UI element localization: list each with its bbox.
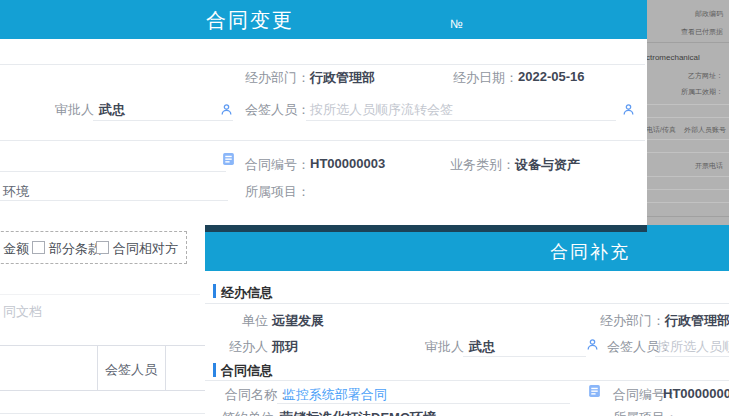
- counterparty-label: 合同相对方: [113, 240, 178, 258]
- divider: [645, 117, 729, 118]
- sign-unit-value: 营销标准化打法DEMO环境: [280, 409, 436, 416]
- bg-row-label: ctromechanical: [646, 53, 700, 62]
- cosign-field[interactable]: 按所选人员顺序流转会签: [657, 338, 729, 356]
- contract-no-symbol: №: [450, 17, 463, 31]
- section-bar: [213, 363, 216, 377]
- counterparty-checkbox[interactable]: [96, 241, 109, 254]
- table-bottom-border: [0, 390, 205, 391]
- window-top-edge: [205, 225, 647, 232]
- divider: [205, 303, 729, 304]
- contract-name-link[interactable]: 监控系统部署合同: [283, 386, 387, 404]
- bg-row-label: 查看已付票据: [681, 27, 723, 37]
- divider: [645, 42, 729, 43]
- table-column-border: [165, 345, 166, 390]
- divider: [645, 216, 729, 217]
- divider: [0, 140, 645, 141]
- biz-type-value: 设备与资产: [515, 156, 580, 174]
- contract-change-header: 合同变更 №: [0, 0, 647, 39]
- cosign-label: 会签人员：: [245, 101, 310, 119]
- biz-type-label: 业务类别：: [450, 156, 515, 174]
- sign-unit-label: 签约单位：: [222, 409, 287, 416]
- date-value: 2022-05-16: [518, 69, 585, 84]
- contract-no-value: HT00000003: [310, 156, 385, 171]
- window-title: 合同补充: [525, 240, 655, 264]
- section-handling-title: 经办信息: [221, 284, 273, 302]
- unit-value: 远望发展: [272, 312, 324, 330]
- handler-value: 邢玥: [272, 338, 298, 356]
- background-panel: 邮政编码 查看已付票据 ctromechanical 乙方网址： 所属工效期： …: [645, 0, 729, 229]
- partial-terms-checkbox[interactable]: [32, 241, 45, 254]
- section-contract-title: 合同信息: [221, 362, 273, 380]
- divider: [645, 189, 729, 190]
- dept-value: 行政管理部: [310, 69, 375, 87]
- amount-checkbox-fragment: 金额: [3, 240, 29, 258]
- contract-no-label: 合同编号：: [245, 156, 310, 174]
- dept-label: 经办部门：: [245, 69, 310, 87]
- user-picker-icon[interactable]: [622, 102, 635, 120]
- table-header-cell: 会签人员: [97, 361, 165, 379]
- bg-row-label: 所属工效期：: [681, 87, 723, 97]
- bg-row-label: 外部人员账号: [684, 125, 726, 135]
- user-picker-icon[interactable]: [220, 102, 233, 120]
- bg-row-label: 乙方网址：: [688, 71, 723, 81]
- divider: [645, 104, 729, 105]
- partial-terms-label: 部分条款: [49, 240, 101, 258]
- section-bar: [213, 284, 216, 298]
- approver-field[interactable]: 武忠: [469, 338, 495, 356]
- dept-label: 经办部门：: [600, 312, 665, 330]
- contract-name-field-underline: [0, 171, 226, 172]
- approver-field[interactable]: 武忠: [99, 101, 125, 119]
- divider: [645, 152, 729, 153]
- cosign-field-underline: [655, 356, 729, 357]
- divider: [0, 64, 645, 65]
- bg-row-label: 邮政编码: [695, 9, 723, 19]
- cosign-field-underline: [306, 120, 616, 121]
- contract-no-value: HT00000005: [663, 386, 729, 401]
- contract-name-field-underline: [277, 403, 570, 404]
- table-top-border: [0, 345, 205, 346]
- divider: [0, 413, 205, 414]
- divider: [205, 380, 729, 381]
- cosign-field[interactable]: 按所选人员顺序流转会签: [310, 101, 453, 119]
- divider: [645, 139, 729, 140]
- bg-row-label: 电话/传真: [646, 125, 676, 135]
- contract-name-label: 合同名称：: [225, 386, 290, 404]
- user-picker-icon[interactable]: [586, 337, 599, 355]
- dept-value: 行政管理部: [665, 312, 729, 330]
- divider: [0, 294, 200, 295]
- select-contract-icon[interactable]: [588, 384, 601, 402]
- divider: [645, 202, 729, 203]
- sign-unit-field-underline: [0, 200, 228, 201]
- project-label: 所属项目：: [613, 409, 678, 416]
- date-label: 经办日期：: [453, 69, 518, 87]
- project-label: 所属项目：: [245, 183, 310, 201]
- divider: [645, 176, 729, 177]
- select-contract-icon[interactable]: [222, 152, 235, 170]
- bg-row-label: 开票电话: [695, 161, 723, 171]
- approver-field-underline: [93, 120, 233, 121]
- screen: 邮政编码 查看已付票据 ctromechanical 乙方网址： 所属工效期： …: [0, 0, 729, 416]
- contract-supplement-window: 合同补充 经办信息 单位： 远望发展 经办部门： 行政管理部 经办人： 邢玥 审…: [205, 225, 729, 416]
- sign-unit-fragment: 环境: [3, 183, 29, 201]
- window-title: 合同变更: [165, 7, 335, 34]
- contract-doc-fragment: 同文档: [3, 303, 42, 321]
- approver-field-underline: [463, 356, 586, 357]
